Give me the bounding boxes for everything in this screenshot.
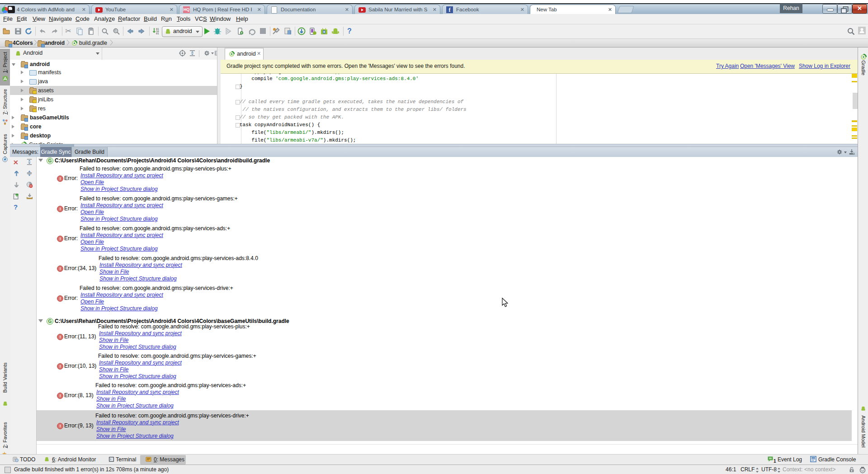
svg-text:01: 01 — [156, 32, 159, 35]
